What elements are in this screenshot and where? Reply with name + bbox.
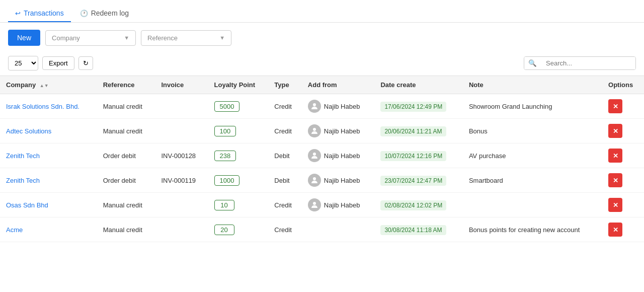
cell-options: ✕ xyxy=(602,94,644,119)
col-loyalty-point: Loyalty Point xyxy=(208,76,269,94)
col-options: Options xyxy=(602,76,644,94)
cell-invoice xyxy=(155,94,208,119)
avatar xyxy=(308,149,321,162)
table-header-row: Company ▲▼ Reference Invoice Loyalty Poi… xyxy=(0,76,644,94)
company-filter-label: Company xyxy=(52,34,80,42)
cell-options: ✕ xyxy=(602,143,644,168)
delete-button[interactable]: ✕ xyxy=(608,173,622,187)
svg-point-3 xyxy=(313,177,316,180)
cell-date-create: 17/06/2024 12:49 PM xyxy=(374,94,462,119)
company-link[interactable]: Zenith Tech xyxy=(6,177,40,184)
svg-point-0 xyxy=(313,103,316,106)
top-nav: ↩ Transactions 🕐 Redeem log xyxy=(0,0,644,23)
cell-reference: Manual credit xyxy=(97,193,155,217)
cell-loyalty-point: 5000 xyxy=(208,94,269,119)
cell-add-from xyxy=(302,217,375,242)
cell-invoice xyxy=(155,217,208,242)
delete-button[interactable]: ✕ xyxy=(608,99,622,113)
cell-type: Debit xyxy=(268,168,302,193)
cell-note: Showroom Grand Launching xyxy=(463,94,602,119)
company-filter[interactable]: Company ▼ xyxy=(45,30,136,46)
cell-add-from: Najib Habeb xyxy=(302,94,375,119)
cell-type: Credit xyxy=(268,193,302,217)
cell-note: Bonus xyxy=(463,119,602,143)
date-badge: 20/06/2024 11:21 AM xyxy=(380,126,446,136)
cell-type: Credit xyxy=(268,119,302,143)
delete-button[interactable]: ✕ xyxy=(608,223,622,237)
date-badge: 10/07/2024 12:16 PM xyxy=(380,151,446,161)
company-link[interactable]: Acme xyxy=(6,226,23,234)
cell-reference: Manual credit xyxy=(97,94,155,119)
tab-redeem-log-label: Redeem log xyxy=(91,9,129,17)
cell-invoice xyxy=(155,119,208,143)
date-badge: 30/08/2024 11:18 AM xyxy=(380,225,446,235)
svg-point-1 xyxy=(313,128,316,131)
cell-company: Zenith Tech xyxy=(0,168,97,193)
new-button[interactable]: New xyxy=(8,30,40,46)
cell-loyalty-point: 20 xyxy=(208,217,269,242)
reference-filter[interactable]: Reference ▼ xyxy=(141,30,231,46)
cell-invoice: INV-000119 xyxy=(155,168,208,193)
avatar xyxy=(308,124,321,137)
refresh-button[interactable]: ↻ xyxy=(78,56,93,70)
col-type: Type xyxy=(268,76,302,94)
tab-transactions[interactable]: ↩ Transactions xyxy=(8,5,71,22)
cell-note: AV purchase xyxy=(463,143,602,168)
search-icon-button[interactable]: 🔍 xyxy=(524,57,541,69)
points-badge: 10 xyxy=(214,200,234,210)
transactions-table: Company ▲▼ Reference Invoice Loyalty Poi… xyxy=(0,76,644,242)
company-link[interactable]: Zenith Tech xyxy=(6,152,40,160)
cell-options: ✕ xyxy=(602,217,644,242)
search-area: 🔍 xyxy=(524,56,636,70)
svg-point-2 xyxy=(313,153,316,156)
cell-company: Acme xyxy=(0,217,97,242)
cell-options: ✕ xyxy=(602,168,644,193)
cell-invoice xyxy=(155,193,208,217)
company-link[interactable]: Adtec Solutions xyxy=(6,127,51,135)
col-add-from: Add from xyxy=(302,76,375,94)
date-badge: 17/06/2024 12:49 PM xyxy=(380,102,446,112)
controls-bar: 25 10 50 100 Export ↻ 🔍 xyxy=(0,53,644,76)
cell-note: Bonus points for creating new account xyxy=(463,217,602,242)
delete-button[interactable]: ✕ xyxy=(608,124,622,138)
cell-loyalty-point: 1000 xyxy=(208,168,269,193)
cell-date-create: 10/07/2024 12:16 PM xyxy=(374,143,462,168)
cell-date-create: 23/07/2024 12:47 PM xyxy=(374,168,462,193)
search-input[interactable] xyxy=(541,57,635,69)
points-badge: 20 xyxy=(214,225,234,235)
cell-date-create: 20/06/2024 11:21 AM xyxy=(374,119,462,143)
points-badge: 238 xyxy=(214,151,236,161)
cell-note: Smartboard xyxy=(463,168,602,193)
points-badge: 1000 xyxy=(214,175,240,186)
delete-button[interactable]: ✕ xyxy=(608,149,622,163)
tab-transactions-label: Transactions xyxy=(24,9,64,17)
export-button[interactable]: Export xyxy=(42,56,74,70)
cell-loyalty-point: 10 xyxy=(208,193,269,217)
user-name: Najib Habeb xyxy=(324,127,360,135)
cell-add-from: Najib Habeb xyxy=(302,193,375,217)
cell-add-from: Najib Habeb xyxy=(302,168,375,193)
avatar xyxy=(308,198,321,211)
company-link[interactable]: Israk Solutions Sdn. Bhd. xyxy=(6,103,79,110)
tab-redeem-log[interactable]: 🕐 Redeem log xyxy=(73,5,136,22)
cell-invoice: INV-000128 xyxy=(155,143,208,168)
delete-button[interactable]: ✕ xyxy=(608,198,622,212)
page-size-select[interactable]: 25 10 50 100 xyxy=(8,56,38,70)
table-row: AcmeManual credit20Credit30/08/2024 11:1… xyxy=(0,217,644,242)
cell-options: ✕ xyxy=(602,119,644,143)
date-badge: 02/08/2024 12:02 PM xyxy=(380,200,446,210)
cell-company: Osas Sdn Bhd xyxy=(0,193,97,217)
avatar xyxy=(308,100,321,113)
cell-options: ✕ xyxy=(602,193,644,217)
sort-company-icon: ▲▼ xyxy=(40,83,49,88)
col-note: Note xyxy=(463,76,602,94)
cell-date-create: 02/08/2024 12:02 PM xyxy=(374,193,462,217)
cell-reference: Order debit xyxy=(97,168,155,193)
points-badge: 100 xyxy=(214,126,236,136)
company-link[interactable]: Osas Sdn Bhd xyxy=(6,201,48,209)
cell-add-from: Najib Habeb xyxy=(302,119,375,143)
cell-reference: Manual credit xyxy=(97,217,155,242)
col-company[interactable]: Company ▲▼ xyxy=(0,76,97,94)
cell-company: Adtec Solutions xyxy=(0,119,97,143)
cell-type: Credit xyxy=(268,94,302,119)
